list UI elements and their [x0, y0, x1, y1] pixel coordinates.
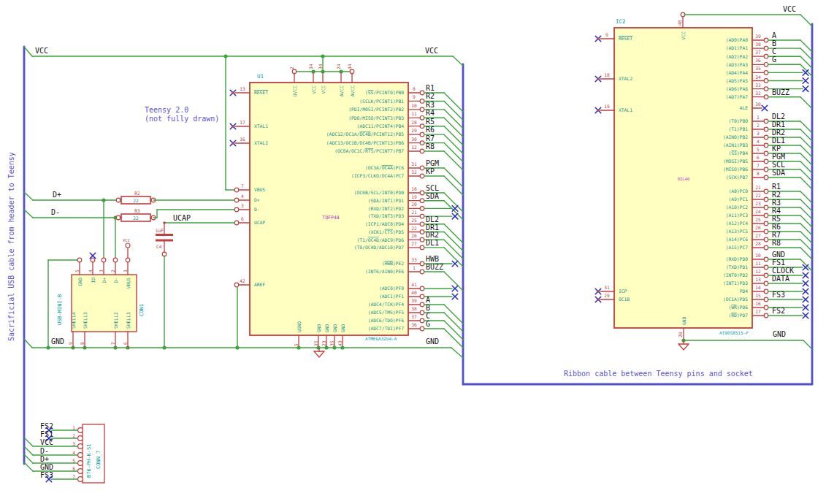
- pin-end-circle: [764, 79, 768, 83]
- pin-name: (PDO/MISO/PCINT3)PB3: [348, 115, 404, 121]
- net-label[interactable]: SDA: [772, 169, 785, 177]
- net-label[interactable]: GND: [40, 463, 53, 471]
- net-label[interactable]: D-: [40, 447, 49, 455]
- net-label[interactable]: R2: [772, 191, 781, 199]
- net-label[interactable]: R1: [772, 183, 781, 191]
- ic2-footprint[interactable]: AT90S8515-P: [719, 330, 749, 335]
- pin-name: VBUS: [254, 187, 265, 192]
- net-label[interactable]: DR1: [772, 121, 785, 129]
- pin-name: (T0)PB0: [728, 118, 748, 123]
- net-label[interactable]: R8: [426, 142, 435, 150]
- net-label[interactable]: R4: [426, 109, 435, 117]
- c4-value: 1uF: [156, 228, 164, 233]
- net-label[interactable]: KP: [772, 145, 781, 153]
- net-label[interactable]: R3: [426, 101, 435, 109]
- pin-number: 21: [755, 185, 761, 190]
- net-label[interactable]: R6: [426, 126, 435, 134]
- net-label[interactable]: FS2: [40, 422, 53, 430]
- pin-number: 22: [755, 193, 761, 198]
- pin-number: 7: [110, 342, 115, 345]
- pin-name: (AIN0)PB2: [723, 134, 748, 140]
- power-label-gnd[interactable]: GND: [426, 337, 439, 345]
- net-label[interactable]: DL1: [426, 239, 439, 247]
- r3-value: 22: [133, 215, 139, 221]
- net-label[interactable]: SCL: [426, 184, 439, 192]
- net-label[interactable]: B: [426, 304, 430, 312]
- net-label[interactable]: R6: [772, 223, 781, 231]
- net-label[interactable]: PGM: [772, 153, 785, 161]
- power-label-gnd[interactable]: GND: [773, 330, 786, 338]
- power-label-vcc[interactable]: VCC: [35, 47, 48, 55]
- pin-end-circle: [764, 71, 768, 75]
- schematic-canvas[interactable]: VCCVCCU1TQFP44ATMEGA32U4-A2UVCC14VCC34VC…: [0, 0, 826, 504]
- schematic-drawing[interactable]: VCCVCCU1TQFP44ATMEGA32U4-A2UVCC14VCC34VC…: [0, 0, 826, 504]
- net-label[interactable]: C: [772, 47, 776, 56]
- net-label[interactable]: G: [426, 320, 430, 328]
- pin-end-circle: [116, 215, 121, 220]
- net-label[interactable]: R5: [426, 118, 435, 126]
- net-label[interactable]: G: [772, 56, 776, 64]
- pin-number: 40: [677, 20, 682, 26]
- u1-ref[interactable]: U1: [257, 73, 264, 80]
- net-label[interactable]: R1: [426, 84, 435, 92]
- net-label[interactable]: DR1: [426, 224, 439, 232]
- net-label[interactable]: C: [426, 312, 430, 320]
- pin-number: 25: [411, 218, 417, 223]
- net-label[interactable]: KP: [426, 167, 435, 175]
- net-label[interactable]: R8: [772, 239, 781, 247]
- net-label[interactable]: D+: [53, 191, 61, 199]
- net-label[interactable]: DL2: [772, 112, 785, 121]
- net-label[interactable]: PGM: [426, 159, 439, 167]
- net-label[interactable]: DL2: [426, 215, 439, 224]
- net-label[interactable]: BUZZ: [772, 88, 789, 96]
- net-label[interactable]: R7: [772, 231, 781, 239]
- net-label[interactable]: HWB: [426, 255, 439, 263]
- pin-number: 7: [72, 474, 75, 479]
- net-label[interactable]: SDA: [426, 192, 439, 200]
- u1-value[interactable]: TQFP44: [322, 215, 340, 221]
- net-label[interactable]: DR2: [772, 129, 785, 137]
- power-label-vcc[interactable]: VCC: [425, 47, 438, 55]
- power-label-vcc[interactable]: VCC: [783, 5, 796, 13]
- pin-number: 39: [755, 34, 761, 39]
- net-label[interactable]: R4: [772, 207, 781, 215]
- c4-plate[interactable]: [156, 234, 173, 236]
- net-label[interactable]: BUZZ: [426, 263, 443, 271]
- net-label[interactable]: GND: [772, 251, 785, 259]
- net-label[interactable]: FS1: [772, 259, 785, 267]
- net-label[interactable]: R7: [426, 134, 435, 142]
- pin-name: UVCC: [292, 85, 297, 96]
- pin-end-circle: [78, 428, 83, 433]
- net-label[interactable]: D+: [40, 455, 49, 463]
- u1-footprint[interactable]: ATMEGA32U4-A: [365, 336, 397, 341]
- net-label[interactable]: VCC: [40, 438, 53, 446]
- note-teensy[interactable]: Teensy 2.0(not fully drawn): [145, 106, 219, 123]
- net-label[interactable]: A: [426, 296, 430, 304]
- net-label[interactable]: B: [772, 39, 776, 47]
- power-label-gnd[interactable]: GND: [51, 337, 64, 345]
- net-label[interactable]: R2: [426, 92, 435, 100]
- net-label[interactable]: SCL: [772, 161, 785, 169]
- note-ribbon[interactable]: Ribbon cable between Teensy pins and soc…: [564, 370, 753, 378]
- net-label[interactable]: D-: [51, 208, 60, 216]
- net-label[interactable]: UCAP: [173, 214, 191, 222]
- net-label[interactable]: FS1: [40, 430, 53, 438]
- net-label[interactable]: DL1: [772, 137, 785, 145]
- net-label[interactable]: DR2: [426, 231, 439, 239]
- net-label[interactable]: FS3: [772, 291, 785, 299]
- net-label[interactable]: DATA: [772, 275, 789, 283]
- net-label[interactable]: FS2: [772, 307, 785, 315]
- net-label[interactable]: FS3: [40, 471, 53, 479]
- net-label[interactable]: CLOCK: [772, 267, 794, 275]
- pin-number: 2: [72, 433, 75, 438]
- net-label[interactable]: R3: [772, 199, 781, 207]
- pin-end-circle: [764, 205, 768, 210]
- net-label[interactable]: A: [772, 31, 776, 39]
- net-label[interactable]: R5: [772, 215, 781, 223]
- pin-end-circle: [420, 174, 424, 178]
- pin-number: 14: [308, 64, 313, 69]
- pin-name: VBUS: [126, 278, 131, 289]
- pin-name: (T1/OC4D/ADC9)PD6: [357, 237, 405, 243]
- ic2-ref[interactable]: IC2: [616, 18, 626, 25]
- note-left-vertical[interactable]: Sacrificial USB cable from header to Tee…: [7, 154, 16, 341]
